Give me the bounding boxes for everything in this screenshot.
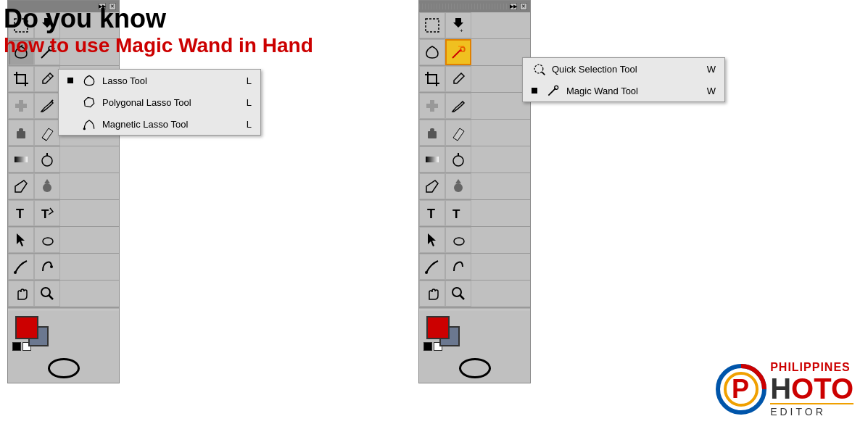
quick-selection-tool-label: Quick Selection Tool [552, 64, 637, 75]
pen-tool-right[interactable] [419, 173, 445, 199]
magnetic-tool[interactable] [34, 254, 60, 280]
toolbar-row-6 [8, 146, 119, 173]
dodge-tool-right[interactable] [445, 146, 471, 173]
toolbar-row-11 [8, 281, 119, 307]
gradient-tool-right[interactable] [419, 146, 445, 173]
black-swatch-left[interactable] [12, 342, 21, 351]
svg-rect-39 [428, 131, 437, 138]
expand-btn-right[interactable]: ▶▶ [510, 3, 517, 10]
selection-tool-right[interactable] [419, 227, 445, 253]
svg-rect-40 [430, 128, 434, 132]
magnetic-tool-right[interactable] [445, 254, 471, 280]
title-area: Do you know how to use Magic Wand in Han… [4, 4, 313, 57]
toolbar-right-row-9 [419, 227, 530, 254]
dodge-tool[interactable] [34, 146, 60, 173]
marquee-tool-right[interactable] [419, 12, 445, 38]
lasso-tool-item[interactable]: Lasso Tool L [59, 70, 260, 91]
black-swatch-right[interactable] [423, 342, 432, 351]
move-tool-right[interactable]: + [445, 12, 471, 38]
pen-tool[interactable] [8, 173, 34, 199]
svg-marker-30 [453, 18, 463, 28]
eraser-tool[interactable] [34, 120, 60, 146]
svg-line-54 [548, 88, 555, 96]
foreground-color-right[interactable] [426, 316, 450, 339]
svg-point-44 [454, 183, 463, 192]
quick-mask-left[interactable] [48, 358, 80, 378]
crop-tool-right[interactable] [419, 66, 445, 92]
eraser-tool-right[interactable] [445, 120, 471, 146]
toolbar-header-right: ▶▶ ✕ [419, 1, 530, 12]
lasso-tool-right[interactable] [419, 39, 445, 65]
title-line1: Do you know [4, 4, 313, 34]
path-selection-tool[interactable]: T [34, 200, 60, 226]
magic-wand-tool-label: Magic Wand Tool [566, 86, 638, 96]
quick-mask-right[interactable] [459, 358, 491, 378]
zoom-tool-right[interactable] [445, 281, 471, 307]
direct-selection-tool[interactable] [34, 227, 60, 253]
svg-rect-29 [426, 19, 439, 32]
lasso-tool-shortcut: L [247, 75, 252, 86]
svg-text:T: T [452, 207, 460, 221]
polygonal-lasso-icon [82, 95, 96, 109]
polygonal-lasso-tool-item[interactable]: Polygonal Lasso Tool L [59, 91, 260, 113]
path-selection-tool-right[interactable]: T [445, 200, 471, 226]
selection-tool[interactable] [8, 227, 34, 253]
eyedropper-tool[interactable] [34, 66, 60, 92]
hand-tool[interactable] [8, 281, 34, 307]
ellipse-area-right [419, 354, 530, 383]
lasso-icon [82, 73, 96, 88]
quick-selection-tool-shortcut: W [707, 64, 716, 75]
title-line2: how to use Magic Wand in Hand [4, 34, 313, 57]
toolbar-row-7 [8, 173, 119, 200]
magnetic-lasso-icon [82, 117, 96, 131]
hand-tool-right[interactable] [419, 281, 445, 307]
freeform-pen-right[interactable] [419, 254, 445, 280]
logo-photo-text: HOTO [770, 374, 853, 403]
blur-tool[interactable] [34, 173, 60, 199]
active-bullet [67, 78, 73, 83]
svg-text:P: P [732, 374, 749, 404]
magnetic-lasso-tool-item[interactable]: Magnetic Lasso Tool L [59, 113, 260, 135]
heal-tool-right[interactable] [419, 93, 445, 119]
quick-selection-icon [532, 62, 546, 76]
toolbar-right-row-5 [419, 120, 530, 146]
magic-wand-tool-right[interactable]: ✦ [445, 39, 471, 65]
stamp-tool[interactable] [8, 120, 34, 146]
type-tool-right[interactable]: T [419, 200, 445, 226]
stamp-tool-right[interactable] [419, 120, 445, 146]
svg-point-55 [555, 86, 558, 89]
svg-line-27 [49, 295, 53, 299]
ellipse-area-left [8, 354, 119, 383]
toolbar-right-row-6 [419, 146, 530, 173]
eyedropper-tool-right[interactable] [445, 66, 471, 92]
quick-selection-tool-item[interactable]: Quick Selection Tool W [523, 58, 724, 80]
freeform-pen-tool[interactable] [8, 254, 34, 280]
close-btn-right[interactable]: ✕ [520, 3, 527, 10]
foreground-color-left[interactable] [15, 316, 38, 339]
toolbar-right-row-2: ✦ [419, 39, 530, 66]
magic-wand-tool-item[interactable]: Magic Wand Tool W [523, 80, 724, 101]
toolbar-right-row-3 [419, 66, 530, 93]
brush-tool[interactable] [34, 93, 60, 119]
heal-tool[interactable] [8, 93, 34, 119]
logo: P PHILIPPINES HOTO EDITOR [716, 361, 853, 418]
dropdown-magic-wand-right: Quick Selection Tool W Magic Wand Tool W [522, 57, 725, 102]
type-tool[interactable]: T [8, 200, 34, 226]
brush-tool-right[interactable] [445, 93, 471, 119]
direct-selection-tool-right[interactable] [445, 227, 471, 253]
svg-point-28 [83, 128, 86, 130]
lasso-tool-label: Lasso Tool [102, 75, 147, 86]
active-bullet-right [532, 88, 537, 94]
svg-point-42 [453, 156, 463, 166]
gradient-tool[interactable] [8, 146, 34, 173]
svg-text:T: T [427, 207, 435, 221]
svg-point-24 [14, 271, 17, 274]
toolbar-row-8: T T [8, 200, 119, 227]
zoom-tool[interactable] [34, 281, 60, 307]
blur-tool-right[interactable] [445, 173, 471, 199]
crop-tool[interactable] [8, 66, 34, 92]
svg-rect-13 [17, 131, 25, 138]
logo-text: PHILIPPINES HOTO EDITOR [770, 361, 853, 418]
svg-line-18 [15, 180, 24, 186]
polygonal-lasso-tool-shortcut: L [247, 97, 252, 108]
